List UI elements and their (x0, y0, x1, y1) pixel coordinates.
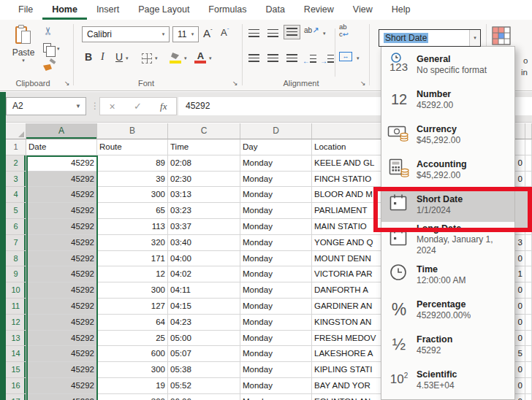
format-painter-icon[interactable] (43, 60, 55, 72)
underline-button[interactable]: U (115, 51, 123, 63)
cell-day[interactable]: Monday (240, 266, 312, 282)
grow-font-button[interactable]: Aˆ (203, 27, 213, 39)
row-header-15[interactable]: 15 (6, 362, 26, 378)
select-all-corner[interactable] (6, 123, 26, 139)
cell-time[interactable]: 05:00 (168, 331, 240, 347)
cell[interactable] (525, 139, 532, 155)
cell[interactable] (525, 331, 532, 347)
bold-button[interactable]: B (85, 51, 92, 63)
column-header-a[interactable]: A (26, 123, 97, 139)
cell-route[interactable]: 19 (97, 378, 168, 394)
cell-header-date[interactable]: Date (26, 139, 97, 155)
clipboard-dialog-launcher-icon[interactable]: ↘ (64, 80, 70, 87)
middle-align-icon[interactable] (267, 28, 278, 41)
cell-day[interactable]: Monday (240, 362, 312, 378)
align-center-icon[interactable] (267, 53, 278, 66)
cell-date[interactable]: 45292 (26, 331, 97, 347)
row-header-3[interactable]: 3 (6, 172, 26, 188)
cell-date[interactable]: 45292 (26, 299, 97, 315)
merge-center-chevron-icon[interactable]: ▾ (357, 55, 360, 61)
cell-date[interactable]: 45292 (26, 172, 97, 188)
row-header-2[interactable]: 2 (6, 155, 26, 172)
cell-time[interactable]: 03:40 (168, 235, 240, 251)
enter-icon[interactable]: ✓ (134, 101, 142, 112)
cell[interactable] (525, 155, 532, 172)
formula-bar-handle[interactable]: ⋮ (91, 101, 99, 111)
cell-day[interactable]: Monday (240, 378, 312, 394)
cell-route[interactable]: 12 (97, 266, 168, 282)
menu-item-accounting[interactable]: Accounting$45,292.00 (381, 152, 514, 187)
tab-formulas[interactable]: Formulas (199, 0, 256, 20)
cell-clipped[interactable]: 0 (515, 362, 525, 378)
cell-route[interactable]: 39 (97, 172, 168, 188)
menu-item-short-date[interactable]: Short Date1/1/2024 (381, 187, 514, 222)
cell-route[interactable]: 300 (97, 362, 168, 378)
tab-insert[interactable]: Insert (87, 0, 129, 20)
top-align-icon[interactable] (248, 28, 259, 41)
cell-clipped[interactable]: 0 (515, 394, 525, 400)
cell-day[interactable]: Monday (240, 172, 312, 188)
row-header-17[interactable]: 17 (6, 394, 26, 400)
conditional-formatting-icon[interactable] (492, 26, 512, 46)
increase-indent-icon[interactable]: → (320, 55, 334, 65)
cell-header-route[interactable]: Route (97, 139, 168, 155)
cell-date[interactable]: 45292 (26, 282, 97, 299)
cell-date[interactable]: 45292 (26, 362, 97, 378)
bottom-align-icon[interactable] (284, 25, 300, 39)
alignment-dialog-launcher-icon[interactable]: ↘ (360, 80, 366, 87)
font-name-combobox[interactable]: Calibri ▾ (82, 26, 170, 42)
font-size-chevron-icon[interactable]: ▾ (187, 31, 198, 37)
cell-route[interactable]: 320 (97, 235, 168, 251)
align-left-icon[interactable] (248, 53, 259, 66)
cell-time[interactable]: 04:02 (168, 266, 240, 282)
row-header-10[interactable]: 10 (6, 282, 26, 299)
cell-clipped[interactable]: 0 (515, 315, 525, 331)
cell-day[interactable]: Monday (240, 315, 312, 331)
cell-date[interactable]: 45292 (26, 266, 97, 282)
menu-item-time[interactable]: Time12:00:00 AM (381, 257, 514, 292)
cell-time[interactable]: 03:23 (168, 203, 240, 219)
number-format-chevron-icon[interactable]: ▾ (469, 30, 480, 46)
cell-time[interactable]: 02:30 (168, 172, 240, 188)
cell-time[interactable]: 02:08 (168, 155, 240, 172)
cell-time[interactable]: 04:11 (168, 282, 240, 299)
orientation-chevron-icon[interactable]: ▾ (323, 31, 326, 36)
cancel-icon[interactable]: × (110, 101, 115, 112)
borders-icon[interactable] (142, 53, 152, 64)
row-header-9[interactable]: 9 (6, 266, 26, 282)
cell-clipped[interactable]: 5 (515, 346, 525, 362)
cell-day[interactable]: Monday (240, 219, 312, 235)
align-right-icon[interactable] (286, 53, 297, 66)
tab-review[interactable]: Review (294, 0, 343, 20)
decrease-indent-icon[interactable]: ← (303, 55, 316, 65)
menu-item-long-date[interactable]: Long DateMonday, January 1, 2024 (381, 222, 514, 257)
italic-button[interactable]: I (101, 51, 104, 63)
fill-color-chevron-icon[interactable]: ▾ (184, 55, 187, 61)
cell-time[interactable]: 06:06 (168, 394, 240, 400)
tab-home[interactable]: Home (42, 0, 87, 20)
copy-icon[interactable] (43, 43, 51, 53)
row-header-11[interactable]: 11 (6, 299, 26, 315)
tab-help[interactable]: Help (382, 0, 420, 20)
cell[interactable] (525, 251, 532, 267)
cell-day[interactable]: Monday (240, 346, 312, 362)
wrap-text-icon[interactable]: ab c↩ (339, 23, 349, 38)
cell-day[interactable]: Monday (240, 155, 312, 172)
cell[interactable] (525, 315, 532, 331)
row-header-16[interactable]: 16 (6, 378, 26, 394)
cell[interactable] (515, 139, 525, 155)
merge-center-icon[interactable]: ↔ (339, 52, 352, 61)
cell-day[interactable]: Monday (240, 299, 312, 315)
cell-route[interactable]: 64 (97, 315, 168, 331)
cell-route[interactable]: 300 (97, 187, 168, 203)
cell-route[interactable]: 25 (97, 331, 168, 347)
row-header-5[interactable]: 5 (6, 203, 26, 219)
insert-function-icon[interactable]: fx (160, 101, 167, 112)
row-header-12[interactable]: 12 (6, 315, 26, 331)
cell-route[interactable]: 300 (97, 394, 168, 400)
row-header-7[interactable]: 7 (6, 235, 26, 251)
name-box-chevron-icon[interactable]: ▼ (75, 98, 81, 115)
column-header-c[interactable]: C (168, 123, 240, 139)
cell-clipped[interactable]: 0 (515, 378, 525, 394)
cell-route[interactable]: 127 (97, 299, 168, 315)
